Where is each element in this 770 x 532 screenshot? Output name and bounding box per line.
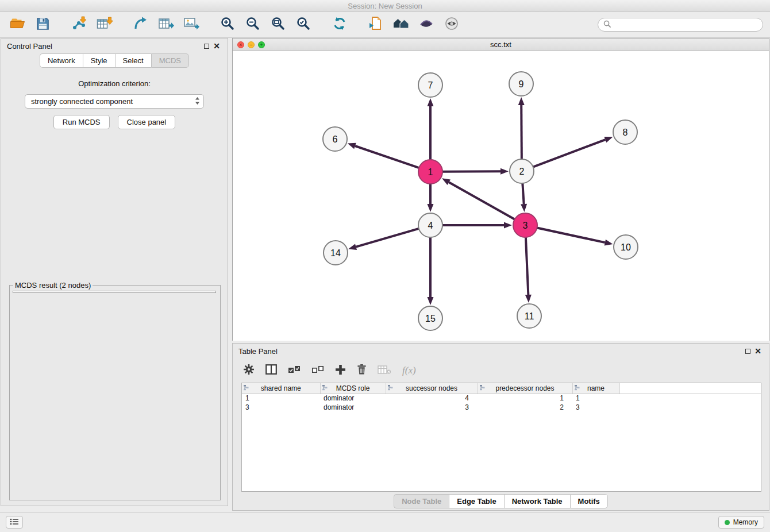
refresh-icon bbox=[332, 16, 347, 33]
eye-icon bbox=[444, 16, 459, 33]
column-header-name[interactable]: name bbox=[572, 383, 619, 394]
table-row[interactable]: 1dominator411 bbox=[242, 394, 761, 403]
zoom-in-button[interactable] bbox=[217, 15, 238, 34]
graph-node-15[interactable]: 15 bbox=[418, 306, 442, 330]
search-field[interactable] bbox=[598, 18, 763, 32]
close-panel-button[interactable]: ✕ bbox=[211, 41, 222, 51]
open-file-button[interactable] bbox=[7, 15, 28, 34]
share-network-button[interactable] bbox=[130, 15, 151, 34]
zoom-fit-button[interactable] bbox=[267, 15, 288, 34]
close-panel-button-inline[interactable]: Close panel bbox=[118, 115, 176, 129]
selected-option-label: strongly connected component bbox=[31, 97, 195, 106]
zoom-out-button[interactable] bbox=[242, 15, 263, 34]
mcds-result-text[interactable]: 13 bbox=[13, 291, 216, 293]
graph-node-4[interactable]: 4 bbox=[418, 213, 442, 237]
graph-edge-3-10[interactable] bbox=[537, 228, 605, 242]
close-table-panel-button[interactable]: ✕ bbox=[753, 346, 763, 356]
graph-node-1[interactable]: 1 bbox=[418, 160, 442, 184]
delete-column-button[interactable] bbox=[357, 364, 367, 377]
table-tab-motifs[interactable]: Motifs bbox=[570, 494, 608, 508]
graph-edge-2-3[interactable] bbox=[522, 183, 523, 204]
graph-node-14[interactable]: 14 bbox=[324, 241, 348, 265]
graph-edge-4-14[interactable] bbox=[356, 229, 419, 247]
minimize-window-button[interactable]: − bbox=[248, 41, 255, 48]
table-cell[interactable]: 1 bbox=[572, 394, 619, 403]
graph-edge-2-8[interactable] bbox=[533, 140, 606, 167]
show-hide-button[interactable] bbox=[441, 15, 462, 34]
deselect-all-button[interactable] bbox=[311, 365, 324, 376]
graph-edge-1-6[interactable] bbox=[355, 146, 419, 168]
table-tab-network-table[interactable]: Network Table bbox=[504, 494, 570, 508]
column-header-predecessor-nodes[interactable]: predecessor nodes bbox=[478, 383, 572, 394]
table-row[interactable]: 3dominator323 bbox=[242, 403, 761, 412]
network-graph[interactable]: 7968124314101511 bbox=[233, 51, 769, 341]
graph-edge-arrow bbox=[428, 98, 434, 106]
save-session-button[interactable] bbox=[32, 15, 53, 34]
tab-network[interactable]: Network bbox=[40, 53, 83, 68]
column-type-icon bbox=[574, 384, 580, 392]
table-cell[interactable]: 3 bbox=[572, 403, 619, 412]
float-table-panel-button[interactable] bbox=[742, 346, 753, 356]
status-menu-button[interactable] bbox=[6, 516, 23, 529]
graph-node-label: 8 bbox=[623, 128, 628, 137]
table-cell[interactable]: dominator bbox=[320, 403, 386, 412]
float-panel-button[interactable] bbox=[201, 41, 211, 51]
delete-table-button-disabled bbox=[378, 365, 391, 377]
memory-button[interactable]: Memory bbox=[718, 516, 764, 529]
node-table-header-row: shared nameMCDS rolesuccessor nodesprede… bbox=[242, 383, 761, 394]
table-cell[interactable]: 3 bbox=[242, 403, 320, 412]
table-settings-button[interactable] bbox=[243, 364, 255, 377]
run-mcds-button[interactable]: Run MCDS bbox=[53, 115, 110, 129]
table-cell[interactable]: 4 bbox=[386, 394, 478, 403]
tab-mcds[interactable]: MCDS bbox=[151, 53, 189, 68]
network-window-title: scc.txt bbox=[233, 40, 769, 49]
table-cell[interactable]: 1 bbox=[242, 394, 320, 403]
mcds-result-group: MCDS result (2 nodes) 13 bbox=[9, 281, 221, 500]
table-cell[interactable]: 2 bbox=[478, 403, 572, 412]
graph-edge-2-9[interactable] bbox=[521, 105, 522, 159]
optimization-criterion-select[interactable]: strongly connected component bbox=[25, 94, 204, 109]
maximize-window-button[interactable]: + bbox=[258, 41, 265, 48]
export-image-button[interactable] bbox=[180, 15, 202, 34]
graph-node-11[interactable]: 11 bbox=[517, 304, 541, 328]
add-column-button[interactable] bbox=[335, 364, 346, 377]
column-header-shared-name[interactable]: shared name bbox=[242, 383, 320, 394]
export-table-button[interactable] bbox=[155, 15, 176, 34]
graph-edge-3-1[interactable] bbox=[449, 182, 514, 219]
close-icon: ✕ bbox=[213, 41, 220, 51]
select-all-button[interactable] bbox=[288, 365, 301, 376]
tab-style[interactable]: Style bbox=[83, 53, 115, 68]
zoom-in-icon bbox=[220, 16, 235, 33]
first-neighbors-button[interactable] bbox=[390, 15, 411, 34]
table-cell[interactable]: dominator bbox=[320, 394, 386, 403]
graph-node-2[interactable]: 2 bbox=[510, 159, 534, 183]
zoom-selected-button[interactable] bbox=[292, 15, 314, 34]
table-cell[interactable]: 1 bbox=[478, 394, 572, 403]
dropdown-stepper-icon bbox=[195, 97, 200, 107]
graph-edge-1-2[interactable] bbox=[442, 171, 500, 172]
column-header-successor-nodes[interactable]: successor nodes bbox=[386, 383, 478, 394]
graph-node-9[interactable]: 9 bbox=[509, 72, 533, 96]
column-header-mcds-role[interactable]: MCDS role bbox=[320, 383, 386, 394]
graph-node-7[interactable]: 7 bbox=[418, 73, 442, 97]
table-panel-title: Table Panel bbox=[238, 347, 278, 356]
graph-node-3[interactable]: 3 bbox=[513, 213, 537, 237]
graph-node-10[interactable]: 10 bbox=[614, 235, 638, 259]
graph-node-8[interactable]: 8 bbox=[613, 120, 637, 144]
import-network-button[interactable] bbox=[68, 15, 90, 34]
table-cell[interactable]: 3 bbox=[386, 403, 478, 412]
show-columns-button[interactable] bbox=[265, 364, 277, 377]
refresh-button[interactable] bbox=[329, 15, 350, 34]
close-window-button[interactable]: × bbox=[237, 41, 244, 48]
network-canvas[interactable]: 7968124314101511 bbox=[233, 51, 769, 341]
graph-edge-3-11[interactable] bbox=[526, 237, 528, 295]
search-input[interactable] bbox=[614, 21, 757, 29]
import-table-button[interactable] bbox=[94, 15, 115, 34]
table-tab-node-table[interactable]: Node Table bbox=[394, 494, 449, 508]
table-tab-edge-table[interactable]: Edge Table bbox=[449, 494, 503, 508]
graph-node-6[interactable]: 6 bbox=[323, 127, 347, 151]
tab-select[interactable]: Select bbox=[115, 53, 151, 68]
apply-style-button[interactable] bbox=[415, 15, 437, 34]
column-type-icon bbox=[387, 384, 394, 392]
network-from-selection-button[interactable] bbox=[365, 15, 386, 34]
